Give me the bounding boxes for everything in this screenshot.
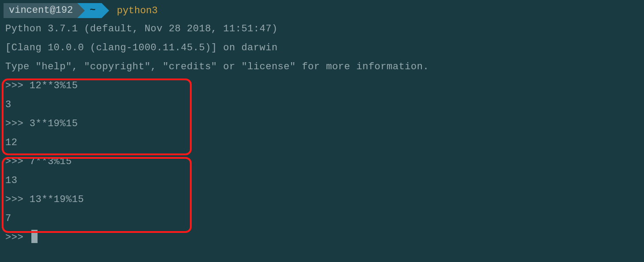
- repl-input-line: >>> 12**3%15: [0, 76, 644, 95]
- repl-prompt: >>>: [5, 80, 30, 91]
- repl-expression: 7**3%15: [30, 156, 72, 167]
- repl-input-line: >>> 3**19%15: [0, 114, 644, 133]
- repl-prompt: >>>: [5, 232, 30, 243]
- repl-input-line: >>> 7**3%15: [0, 152, 644, 171]
- python-banner-line-3: Type "help", "copyright", "credits" or "…: [0, 57, 644, 76]
- repl-current-prompt[interactable]: >>>: [0, 228, 644, 247]
- repl-input-line: >>> 13**19%15: [0, 190, 644, 209]
- repl-output-line: 13: [0, 171, 644, 190]
- prompt-user-host: vincent@192: [4, 3, 77, 18]
- repl-expression: 3**19%15: [30, 118, 78, 129]
- repl-prompt: >>>: [5, 156, 30, 167]
- repl-expression: 12**3%15: [30, 80, 78, 91]
- repl-output-line: 12: [0, 133, 644, 152]
- shell-command: python3: [117, 5, 157, 16]
- python-banner-line-1: Python 3.7.1 (default, Nov 28 2018, 11:5…: [0, 19, 644, 38]
- repl-output-line: 7: [0, 209, 644, 228]
- python-banner-line-2: [Clang 10.0.0 (clang-1000.11.45.5)] on d…: [0, 38, 644, 57]
- repl-expression: 13**19%15: [30, 194, 84, 205]
- repl-prompt: >>>: [5, 118, 30, 129]
- shell-prompt-line: vincent@192 ~ python3: [0, 2, 644, 19]
- cursor-icon: [31, 230, 38, 243]
- repl-output-line: 3: [0, 95, 644, 114]
- repl-prompt: >>>: [5, 194, 30, 205]
